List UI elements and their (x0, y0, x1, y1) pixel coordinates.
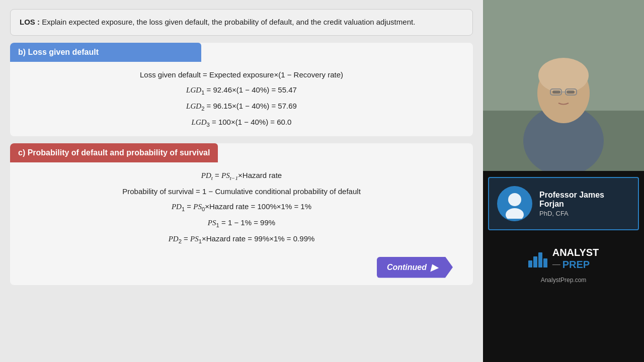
analyst-label: ANALYST (552, 246, 599, 258)
divider-label: — (552, 259, 560, 269)
svg-point-6 (538, 58, 589, 93)
video-svg (483, 0, 644, 171)
pd1-formula: PD1 = PS0×Hazard rate = 100%×1% = 1% (172, 201, 311, 214)
los-description: Explain expected exposure, the loss give… (42, 18, 415, 26)
instructor-credentials: PhD, CFA (539, 210, 630, 217)
svg-point-12 (508, 193, 521, 206)
section-c-header: c) Probability of default and probabilit… (10, 143, 218, 162)
los-text: LOS : Explain expected exposure, the los… (20, 17, 463, 28)
section-c-content: PDt = PSt−1×Hazard rate Probability of s… (10, 167, 473, 246)
analyst-prep-logo: ANALYST — PREP (523, 240, 604, 277)
instructor-card: Professor James Forjan PhD, CFA (488, 177, 639, 230)
bar-chart-icon (528, 249, 547, 267)
bar-3 (538, 252, 542, 267)
lgd-formula-1: LGD1 = 92.46×(1 − 40%) = 55.47 (186, 84, 297, 97)
brand-text: ANALYST — PREP (552, 246, 599, 270)
lgd-formula-3: LGD3 = 100×(1 − 40%) = 60.0 (192, 116, 292, 129)
video-feed (483, 0, 644, 171)
svg-rect-8 (567, 90, 575, 94)
instructor-name: Professor James Forjan (539, 191, 630, 209)
ps-definition: Probability of survival = 1 − Cumulative… (122, 186, 361, 198)
continued-button[interactable]: Continued ▶ (377, 257, 453, 278)
section-b-header: b) Loss given default (10, 43, 201, 62)
analyst-prep-url: AnalystPrep.com (541, 277, 587, 289)
video-placeholder (483, 0, 644, 171)
svg-rect-7 (552, 90, 560, 94)
avatar (497, 186, 532, 221)
pd2-formula: PD2 = PS1×Hazard rate = 99%×1% = 0.99% (169, 233, 315, 246)
sidebar: Professor James Forjan PhD, CFA ANALYST … (483, 0, 644, 362)
instructor-info: Professor James Forjan PhD, CFA (539, 191, 630, 217)
main-content: LOS : Explain expected exposure, the los… (0, 0, 483, 362)
ps1-formula: PS1 = 1 − 1% = 99% (208, 217, 275, 230)
bar-4 (543, 258, 547, 267)
section-c-card: c) Probability of default and probabilit… (10, 143, 473, 285)
lgd-formula-2: LGD2 = 96.15×(1 − 40%) = 57.69 (186, 100, 297, 113)
sidebar-bottom: ANALYST — PREP AnalystPrep.com (483, 236, 644, 296)
bar-2 (533, 256, 537, 267)
los-label: LOS : (20, 18, 40, 26)
arrow-icon: ▶ (431, 262, 438, 273)
prep-label: PREP (562, 258, 590, 270)
continued-label: Continued (387, 263, 427, 272)
section-b-content: Loss given default = Expected exposure×(… (10, 67, 473, 129)
pd-formula-main: PDt = PSt−1×Hazard rate (201, 169, 282, 183)
bar-1 (528, 260, 532, 267)
svg-point-13 (506, 208, 524, 219)
los-box: LOS : Explain expected exposure, the los… (10, 9, 473, 36)
section-b-card: b) Loss given default Loss given default… (10, 43, 473, 136)
lgd-main-formula: Loss given default = Expected exposure×(… (140, 69, 343, 81)
